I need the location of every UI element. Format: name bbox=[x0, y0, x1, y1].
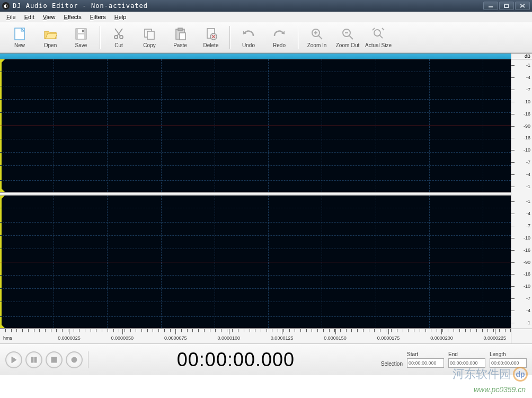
new-file-icon bbox=[12, 26, 27, 41]
stop-button[interactable] bbox=[46, 351, 63, 368]
svg-point-34 bbox=[72, 357, 77, 362]
svg-rect-8 bbox=[82, 30, 84, 32]
minimize-button[interactable] bbox=[483, 2, 498, 10]
menubar: File Edit View Effects Filters Help bbox=[0, 12, 532, 22]
db-ruler: -1-4-7-10-16-90-16-10-7-4-1-1-4-7-10-16-… bbox=[511, 59, 532, 329]
zoom-out-button[interactable]: Zoom Out bbox=[332, 24, 363, 51]
scissors-icon bbox=[111, 26, 126, 41]
copy-icon bbox=[142, 26, 157, 41]
menu-effects[interactable]: Effects bbox=[60, 13, 84, 21]
open-button[interactable]: Open bbox=[35, 24, 66, 51]
waveform-area: dB -1-4-7-10-16-90-16-10-7-4-1-1-4-7-10-… bbox=[0, 53, 532, 343]
actual-size-button[interactable]: Actual Size bbox=[363, 24, 394, 51]
delete-icon bbox=[203, 26, 218, 41]
menu-file[interactable]: File bbox=[3, 13, 19, 21]
selection-length-input[interactable] bbox=[490, 358, 527, 368]
svg-rect-17 bbox=[180, 33, 185, 40]
svg-rect-31 bbox=[31, 357, 33, 362]
svg-line-27 bbox=[349, 36, 353, 39]
toolbar: New Open Save Cut Copy Paste Delete bbox=[0, 22, 532, 53]
cut-button[interactable]: Cut bbox=[103, 24, 134, 51]
save-button[interactable]: Save bbox=[66, 24, 96, 51]
svg-line-30 bbox=[379, 35, 383, 38]
time-ruler-top[interactable] bbox=[0, 53, 511, 59]
waveform-right-channel[interactable] bbox=[0, 196, 511, 329]
svg-rect-16 bbox=[178, 28, 182, 31]
menu-help[interactable]: Help bbox=[111, 13, 130, 21]
zoom-in-icon bbox=[309, 26, 324, 41]
titlebar: ◐ DJ Audio Editor - Non-activated bbox=[0, 0, 532, 12]
zoom-out-icon bbox=[340, 26, 355, 41]
svg-line-23 bbox=[318, 36, 322, 39]
selection-start-header: Start bbox=[407, 351, 444, 357]
transport-controls bbox=[5, 351, 91, 368]
selection-start-input[interactable] bbox=[407, 358, 444, 368]
menu-edit[interactable]: Edit bbox=[21, 13, 38, 21]
time-ruler-bottom[interactable]: hms 0.00000250.00000500.00000750.0000100… bbox=[0, 329, 532, 343]
selection-panel: Selection Start End Length bbox=[381, 351, 527, 368]
copy-button[interactable]: Copy bbox=[134, 24, 165, 51]
db-unit-label: dB bbox=[511, 53, 532, 59]
timecode-display: 00:00:00.000 bbox=[96, 349, 376, 371]
undo-button[interactable]: Undo bbox=[233, 24, 264, 51]
svg-rect-33 bbox=[51, 357, 57, 362]
watermark-url: www.pc0359.cn bbox=[474, 385, 526, 394]
play-button[interactable] bbox=[5, 351, 22, 368]
save-icon bbox=[74, 26, 88, 41]
delete-button[interactable]: Delete bbox=[196, 24, 226, 51]
bottom-panel: 00:00:00.000 Selection Start End Length bbox=[0, 343, 532, 375]
new-button[interactable]: New bbox=[4, 24, 35, 51]
svg-rect-32 bbox=[34, 357, 37, 362]
undo-icon bbox=[241, 26, 256, 41]
paste-icon bbox=[173, 26, 188, 41]
svg-rect-1 bbox=[504, 4, 509, 7]
svg-rect-7 bbox=[78, 34, 84, 39]
close-button[interactable] bbox=[515, 2, 530, 10]
selection-label: Selection bbox=[381, 361, 403, 368]
open-folder-icon bbox=[43, 26, 58, 41]
selection-end-input[interactable] bbox=[448, 358, 485, 368]
redo-icon bbox=[272, 26, 287, 41]
menu-view[interactable]: View bbox=[40, 13, 59, 21]
selection-end-header: End bbox=[448, 351, 485, 357]
svg-rect-14 bbox=[147, 31, 154, 39]
selection-length-header: Length bbox=[490, 351, 527, 357]
time-unit-label: hms bbox=[3, 335, 12, 341]
record-button[interactable] bbox=[66, 351, 83, 368]
redo-button[interactable]: Redo bbox=[264, 24, 295, 51]
menu-filters[interactable]: Filters bbox=[87, 13, 109, 21]
maximize-button[interactable] bbox=[499, 2, 514, 10]
actual-size-icon bbox=[371, 26, 386, 41]
zoom-in-button[interactable]: Zoom In bbox=[302, 24, 332, 51]
paste-button[interactable]: Paste bbox=[165, 24, 196, 51]
app-icon: ◐ bbox=[2, 2, 10, 10]
window-title: DJ Audio Editor - Non-activated bbox=[13, 2, 483, 10]
pause-button[interactable] bbox=[25, 351, 42, 368]
waveform-left-channel[interactable] bbox=[0, 59, 511, 192]
